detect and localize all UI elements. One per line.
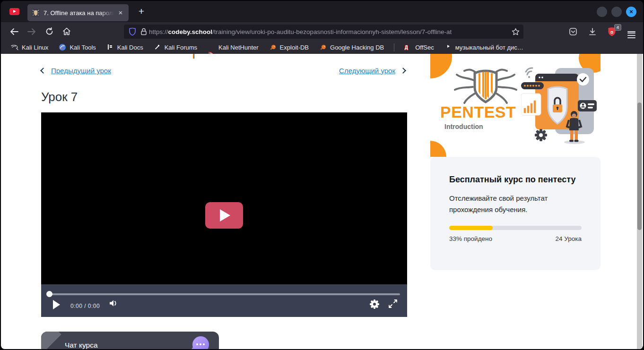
menu-icon[interactable]: [625, 26, 637, 38]
fullscreen-icon[interactable]: [388, 299, 398, 308]
play-button[interactable]: [53, 300, 60, 309]
kali-forums-icon: [154, 43, 161, 51]
titlebar: 7. Offline атака на пароли × + ×: [1, 1, 643, 22]
time-display: 0:00 / 0:00: [70, 303, 100, 309]
seek-handle[interactable]: [46, 291, 52, 297]
pocket-icon[interactable]: [567, 26, 579, 38]
kali-docs-icon: [106, 43, 114, 51]
pentest-illustration: [521, 64, 598, 145]
extension-badge: 4: [614, 24, 621, 31]
course-banner[interactable]: PENTEST Introduction: [430, 54, 600, 157]
banner-brand-text: PENTEST: [440, 103, 516, 121]
back-button[interactable]: [7, 25, 21, 39]
home-button[interactable]: [60, 25, 74, 39]
tracking-protection-shield-icon[interactable]: [129, 27, 136, 36]
browser-window: 7. Offline атака на пароли × + ×: [0, 0, 644, 350]
lessons-count-label: 24 Урока: [556, 235, 582, 242]
bookmark-kali-forums[interactable]: Kali Forums: [149, 42, 201, 52]
kali-linux-icon: [11, 43, 18, 51]
video-player: 0:00 / 0:00: [41, 112, 407, 317]
chat-title: Чат курса: [65, 341, 98, 350]
offsec-icon: Д: [404, 43, 412, 51]
previous-lesson-link[interactable]: Предыдущий урок: [41, 67, 111, 75]
kali-tools-icon: [59, 43, 66, 51]
bookmark-exploit-db[interactable]: Exploit-DB: [265, 42, 313, 52]
volume-icon[interactable]: [109, 299, 119, 307]
active-tab[interactable]: 7. Offline атака на пароли ×: [27, 4, 129, 21]
scrollbar-thumb[interactable]: [637, 102, 642, 230]
banner-subtitle-text: Introduction: [444, 123, 483, 130]
video-screen[interactable]: [41, 112, 407, 284]
lock-icon[interactable]: [140, 28, 147, 35]
forward-button[interactable]: [25, 25, 39, 39]
close-window-button[interactable]: ×: [626, 7, 636, 17]
pentest-spider-logo-icon: [450, 67, 521, 105]
lesson-title: Урок 7: [41, 90, 78, 104]
course-title: Бесплатный курс по пентесту: [449, 174, 582, 186]
downloads-icon[interactable]: [586, 26, 599, 38]
course-description: Отслеживайте свой результат прохождения …: [449, 193, 582, 215]
url-host: codeby.school: [168, 28, 213, 35]
bookmark-kali-nethunter[interactable]: Kali NetHunter: [203, 42, 263, 52]
reload-button[interactable]: [42, 25, 56, 39]
tab-title: 7. Offline атака на пароли: [44, 9, 115, 17]
bookmark-offsec[interactable]: Д OffSec: [400, 42, 438, 52]
pinned-tab-youtube[interactable]: [1, 1, 27, 22]
url-bar[interactable]: https://codeby.school/training/view/urok…: [124, 25, 523, 39]
page-scrollbar[interactable]: [637, 54, 642, 350]
bookmark-kali-docs[interactable]: Kali Docs: [102, 42, 148, 52]
youtube-icon: [9, 8, 19, 15]
new-tab-button[interactable]: +: [133, 4, 149, 20]
progress-percent-label: 33% пройдено: [449, 235, 492, 242]
codeby-favicon-icon: [32, 9, 40, 17]
orange-blob-decoration: [430, 141, 446, 157]
course-progress-card: Бесплатный курс по пентесту Отслеживайте…: [430, 157, 600, 270]
progress-fill: [449, 226, 493, 230]
exploit-db-icon: [269, 43, 277, 51]
bookmarks-bar: Kali Linux Kali Tools Kali Docs Kali For…: [1, 41, 643, 54]
adblock-extension-icon[interactable]: 4: [606, 26, 618, 38]
orange-blob-decoration: [430, 54, 452, 78]
navigation-toolbar: https://codeby.school/training/view/urok…: [1, 22, 643, 41]
progress-bar: [449, 226, 582, 230]
chevron-right-icon: [400, 68, 406, 74]
tab-close-button[interactable]: ×: [115, 8, 126, 18]
bookmark-google-hacking-db[interactable]: Google Hacking DB: [315, 42, 388, 52]
clipped-heading-fragment: [193, 54, 194, 59]
kali-nethunter-icon: [208, 43, 215, 51]
bookmark-music-bot[interactable]: музыкальный бот дис…: [440, 42, 528, 52]
bookmark-star-icon[interactable]: [512, 28, 520, 36]
chat-bubble-icon[interactable]: [192, 336, 209, 350]
page-content: Предыдущий урок Следующий урок Урок 7 0:…: [1, 54, 643, 350]
url-path: /training/view/uroki-po-auditu-bezopasno…: [212, 28, 452, 35]
bookmark-kali-linux[interactable]: Kali Linux: [7, 42, 52, 52]
minimize-button[interactable]: [597, 7, 607, 17]
url-scheme: https://: [149, 28, 168, 35]
seek-bar[interactable]: [48, 293, 400, 295]
url-text[interactable]: https://codeby.school/training/view/urok…: [149, 28, 512, 35]
window-controls: ×: [597, 7, 643, 17]
video-controls-bar: 0:00 / 0:00: [41, 284, 407, 317]
big-play-button[interactable]: [205, 202, 243, 229]
chat-card-fold: [41, 332, 61, 350]
settings-gear-icon[interactable]: [369, 299, 380, 309]
maximize-button[interactable]: [611, 7, 622, 17]
course-chat-widget[interactable]: Чат курса: [41, 332, 219, 350]
next-lesson-link[interactable]: Следующий урок: [339, 67, 405, 75]
youtube-bookmark-icon: [444, 43, 452, 51]
bookmarks-separator: [394, 43, 394, 51]
google-hacking-db-icon: [319, 43, 327, 51]
bookmark-kali-tools[interactable]: Kali Tools: [54, 42, 100, 52]
chevron-left-icon: [40, 68, 46, 74]
